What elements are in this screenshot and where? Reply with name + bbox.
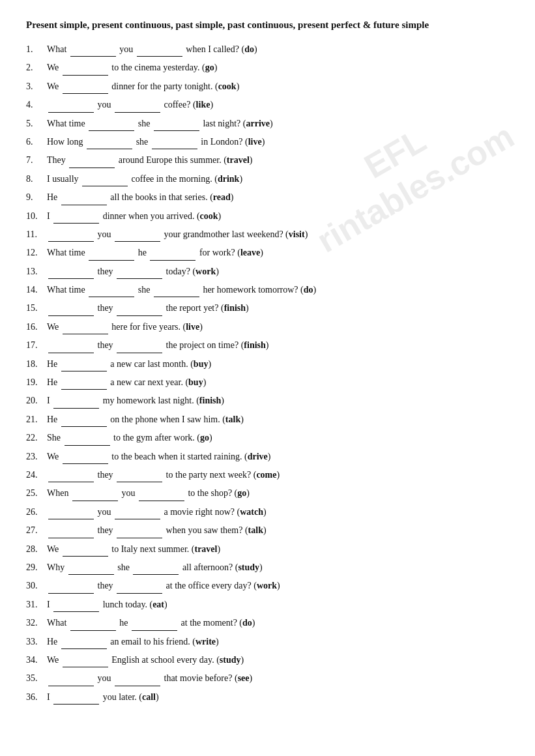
- blank-field-2[interactable]: [117, 585, 162, 594]
- list-item: 11. you your grandmother last weekend? (…: [26, 227, 509, 242]
- item-number: 35.: [26, 671, 47, 686]
- verb-hint: see: [238, 673, 250, 683]
- blank-field[interactable]: [48, 585, 94, 594]
- sentence-end: last night?: [203, 119, 242, 128]
- blank-field-2[interactable]: [115, 677, 160, 686]
- item-number: 11.: [26, 227, 47, 242]
- blank-field[interactable]: [61, 196, 107, 205]
- blank-field[interactable]: [63, 547, 108, 557]
- sentence-start: We: [47, 655, 61, 665]
- verb-hint: travel: [194, 544, 217, 554]
- blank-field-2[interactable]: [117, 344, 162, 353]
- item-text: He all the books in that series. (read): [47, 190, 509, 205]
- sentence-end: around Europe this summer.: [119, 155, 224, 165]
- blank-field[interactable]: [61, 381, 107, 390]
- list-item: 14.What time she her homework tomorrow? …: [26, 283, 509, 297]
- blank-field-2[interactable]: [117, 529, 162, 538]
- blank-field-2[interactable]: [154, 288, 199, 297]
- blank-field[interactable]: [48, 104, 94, 113]
- item-number: 36.: [26, 690, 47, 705]
- verb-hint: leave: [240, 248, 260, 257]
- blank-field-2[interactable]: [115, 104, 160, 113]
- item-number: 29.: [26, 560, 47, 575]
- list-item: 12.What time he for work? (leave): [26, 246, 509, 260]
- sentence-mid: they: [98, 303, 116, 313]
- sentence-start: He: [47, 192, 60, 202]
- list-item: 17. they the project on time? (finish): [26, 338, 509, 353]
- blank-field[interactable]: [69, 159, 115, 168]
- blank-field-2[interactable]: [152, 140, 197, 149]
- item-number: 16.: [26, 320, 47, 334]
- blank-field-2[interactable]: [154, 122, 199, 131]
- blank-field[interactable]: [53, 695, 99, 705]
- sentence-mid: they: [98, 525, 116, 535]
- sentence-start: When: [47, 488, 71, 498]
- blank-field[interactable]: [48, 510, 94, 519]
- item-number: 34.: [26, 653, 47, 667]
- blank-field[interactable]: [89, 288, 134, 297]
- blank-field[interactable]: [63, 66, 108, 76]
- blank-field-2[interactable]: [117, 473, 162, 482]
- verb-hint: write: [195, 637, 216, 647]
- blank-field-2[interactable]: [139, 492, 184, 501]
- sentence-end: my homework last night.: [103, 396, 197, 405]
- item-number: 2.: [26, 61, 47, 75]
- blank-field[interactable]: [61, 418, 107, 427]
- verb-hint: live: [186, 322, 199, 332]
- item-number: 4.: [26, 98, 47, 112]
- item-text: What time she last night? (arrive): [47, 117, 509, 131]
- blank-field[interactable]: [63, 455, 108, 464]
- blank-field[interactable]: [48, 677, 94, 686]
- blank-field[interactable]: [48, 529, 94, 538]
- blank-field[interactable]: [48, 344, 94, 353]
- blank-field[interactable]: [87, 140, 132, 149]
- blank-field[interactable]: [70, 48, 116, 57]
- blank-field[interactable]: [63, 658, 108, 667]
- sentence-start: They: [47, 155, 68, 165]
- blank-field-2[interactable]: [115, 510, 160, 519]
- sentence-start: I: [47, 396, 52, 405]
- blank-field-2[interactable]: [117, 307, 162, 316]
- list-item: 26. you a movie right now? (watch): [26, 505, 509, 519]
- sentence-start: What time: [47, 248, 87, 257]
- blank-field-2[interactable]: [115, 233, 160, 242]
- blank-field[interactable]: [53, 214, 99, 224]
- blank-field[interactable]: [72, 492, 118, 501]
- blank-field[interactable]: [65, 437, 110, 446]
- sentence-mid: she: [136, 137, 151, 147]
- blank-field[interactable]: [82, 177, 128, 186]
- blank-field[interactable]: [53, 400, 99, 409]
- list-item: 36.I you later. (call): [26, 690, 509, 705]
- blank-field[interactable]: [53, 603, 99, 612]
- list-item: 10.I dinner when you arrived. (cook): [26, 209, 509, 224]
- item-number: 22.: [26, 431, 47, 445]
- sentence-start: We: [47, 544, 61, 554]
- blank-field[interactable]: [89, 252, 134, 261]
- sentence-mid: they: [98, 470, 116, 480]
- item-text: they the report yet? (finish): [47, 301, 509, 315]
- blank-field[interactable]: [61, 640, 107, 649]
- blank-field-2[interactable]: [133, 566, 179, 575]
- blank-field-2[interactable]: [132, 622, 177, 631]
- verb-hint: do: [242, 618, 252, 628]
- sentence-mid: you: [121, 488, 137, 498]
- blank-field[interactable]: [89, 122, 134, 131]
- item-text: I usually coffee in the morning. (drink): [47, 172, 509, 186]
- blank-field-2[interactable]: [117, 270, 162, 279]
- blank-field[interactable]: [48, 233, 94, 242]
- sentence-end: all the books in that series.: [110, 192, 210, 202]
- blank-field[interactable]: [63, 85, 108, 94]
- blank-field[interactable]: [48, 473, 94, 482]
- blank-field[interactable]: [48, 270, 94, 279]
- blank-field-2[interactable]: [150, 252, 195, 261]
- blank-field[interactable]: [68, 566, 114, 575]
- blank-field[interactable]: [61, 362, 107, 371]
- item-text: they today? (work): [47, 265, 509, 279]
- blank-field[interactable]: [48, 307, 94, 316]
- sentence-mid: you: [98, 229, 114, 239]
- blank-field-2[interactable]: [137, 48, 182, 57]
- item-number: 14.: [26, 283, 47, 297]
- blank-field[interactable]: [63, 325, 108, 334]
- blank-field[interactable]: [70, 622, 116, 631]
- sentence-end: coffee?: [164, 100, 193, 109]
